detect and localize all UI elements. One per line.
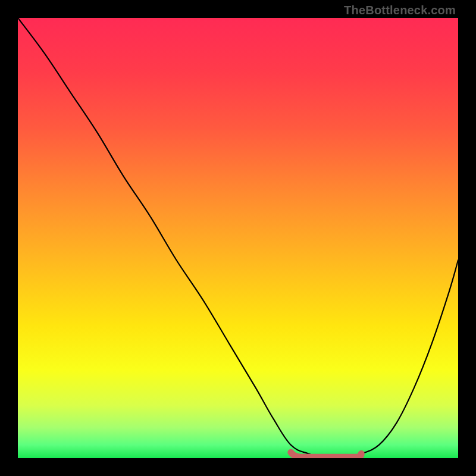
plot-area <box>18 18 458 458</box>
optimal-marker <box>291 452 361 457</box>
chart-frame <box>18 18 458 458</box>
chart-svg <box>18 18 458 458</box>
watermark-text: TheBottleneck.com <box>344 4 456 17</box>
bottleneck-curve <box>18 18 458 458</box>
